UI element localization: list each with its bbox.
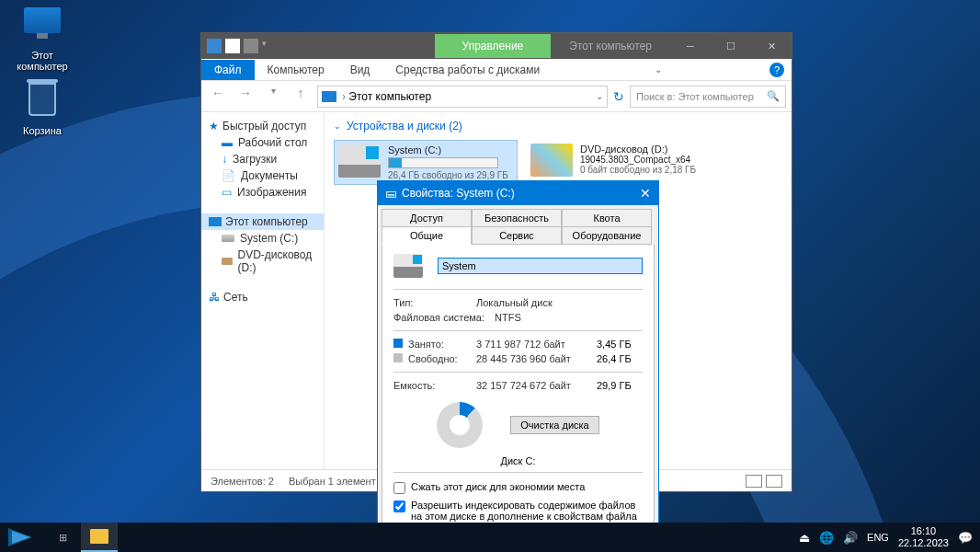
- pc-icon: [209, 217, 222, 226]
- download-icon: ↓: [222, 153, 227, 166]
- drive-name: System (C:): [388, 144, 508, 155]
- tray-volume-icon[interactable]: 🔊: [843, 531, 858, 545]
- qat-icon[interactable]: [225, 39, 240, 53]
- used-color-icon: [393, 339, 403, 348]
- tab-service[interactable]: Сервис: [472, 226, 562, 245]
- view-details-icon[interactable]: [746, 475, 762, 488]
- compress-checkbox[interactable]: [393, 482, 405, 494]
- drive-d-item[interactable]: DVD-дисковод (D:) 19045.3803_Compact_x64…: [527, 140, 711, 185]
- nav-history-button[interactable]: ▾: [262, 86, 284, 108]
- nav-up-button[interactable]: ↑: [290, 86, 312, 108]
- menu-bar: Файл Компьютер Вид Средства работы с дис…: [201, 59, 792, 81]
- start-button[interactable]: [0, 523, 44, 552]
- fs-value: NTFS: [495, 312, 643, 323]
- tab-access[interactable]: Доступ: [382, 209, 472, 226]
- language-indicator[interactable]: ENG: [867, 532, 889, 543]
- qat-icon[interactable]: [244, 39, 258, 53]
- tab-general[interactable]: Общие: [382, 226, 472, 245]
- qat-icon[interactable]: [207, 39, 222, 53]
- notifications-icon[interactable]: 💬: [958, 531, 973, 545]
- used-bytes: 3 711 987 712 байт: [476, 339, 597, 350]
- free-label: Свободно:: [408, 353, 476, 364]
- nav-back-button[interactable]: ←: [207, 86, 229, 108]
- index-checkbox[interactable]: [393, 500, 405, 512]
- type-label: Тип:: [393, 297, 476, 308]
- dvd-icon: [530, 144, 573, 177]
- dialog-close-button[interactable]: ✕: [640, 186, 651, 201]
- task-view-button[interactable]: ⊞: [44, 523, 81, 552]
- close-button[interactable]: ✕: [751, 33, 792, 59]
- bin-icon: [28, 83, 56, 116]
- help-icon[interactable]: ?: [769, 63, 784, 77]
- status-count: Элементов: 2: [211, 476, 274, 487]
- tab-hardware[interactable]: Оборудование: [562, 226, 652, 245]
- star-icon: ★: [209, 120, 219, 132]
- nav-documents[interactable]: 📄Документы: [201, 167, 324, 184]
- menu-disk-tools[interactable]: Средства работы с дисками: [382, 60, 553, 80]
- desktop-this-pc[interactable]: Этот компьютер: [7, 7, 77, 72]
- ribbon-tab-manage[interactable]: Управление: [435, 34, 552, 58]
- tray-network-icon[interactable]: 🌐: [819, 531, 834, 545]
- minimize-button[interactable]: ─: [670, 33, 711, 59]
- nav-network[interactable]: 🖧Сеть: [201, 289, 324, 305]
- menu-view[interactable]: Вид: [337, 60, 383, 80]
- nav-pictures[interactable]: ▭Изображения: [201, 184, 324, 201]
- tab-security[interactable]: Безопасность: [472, 209, 562, 226]
- maximize-button[interactable]: ☐: [711, 33, 751, 59]
- monitor-icon: [24, 7, 61, 33]
- address-row: ← → ▾ ↑ › Этот компьютер ⌄ ↻ Поиск в: Эт…: [201, 81, 792, 112]
- usage-pie-chart: [437, 402, 483, 448]
- drive-name-input[interactable]: [438, 258, 643, 274]
- type-value: Локальный диск: [476, 297, 643, 308]
- section-header[interactable]: ⌄Устройства и диски (2): [334, 118, 782, 134]
- nav-this-pc[interactable]: Этот компьютер: [201, 213, 324, 230]
- disk-label: Диск C:: [393, 455, 643, 466]
- breadcrumb-text: Этот компьютер: [348, 90, 431, 103]
- refresh-button[interactable]: ↻: [613, 89, 624, 104]
- drive-usage-bar: [388, 157, 498, 168]
- collapse-ribbon-icon[interactable]: ⌄: [655, 64, 662, 75]
- search-input[interactable]: Поиск в: Этот компьютер 🔍: [630, 86, 786, 108]
- drive-icon: [222, 235, 234, 242]
- capacity-bytes: 32 157 724 672 байт: [476, 380, 597, 391]
- desktop-recycle-bin[interactable]: Корзина: [7, 83, 77, 136]
- nav-desktop[interactable]: ▬Рабочий стол: [201, 134, 324, 151]
- taskbar: ⊞ ⏏ 🌐 🔊 ENG 16:10 22.12.2023 💬: [0, 523, 980, 552]
- menu-computer[interactable]: Компьютер: [255, 60, 337, 80]
- tab-quota[interactable]: Квота: [562, 209, 652, 226]
- nav-drive-d[interactable]: DVD-дисковод (D:): [201, 247, 324, 276]
- used-gb: 3,45 ГБ: [597, 339, 643, 350]
- qat-dropdown-icon[interactable]: ▾: [262, 39, 267, 53]
- picture-icon: ▭: [222, 186, 232, 199]
- properties-dialog: 🖴 Свойства: System (C:) ✕ Доступ Безопас…: [377, 180, 659, 552]
- drive-sub: 19045.3803_Compact_x64: [580, 155, 696, 165]
- titlebar[interactable]: ▾ Управление Этот компьютер ─ ☐ ✕: [201, 33, 792, 59]
- nav-forward-button[interactable]: →: [234, 86, 256, 108]
- dialog-titlebar[interactable]: 🖴 Свойства: System (C:) ✕: [378, 181, 658, 205]
- disk-cleanup-button[interactable]: Очистка диска: [510, 416, 598, 434]
- compress-label: Сжать этот диск для экономии места: [411, 481, 585, 492]
- menu-file[interactable]: Файл: [201, 60, 255, 80]
- chevron-down-icon[interactable]: ⌄: [596, 91, 603, 101]
- drive-icon: 🖴: [385, 187, 396, 200]
- view-large-icon[interactable]: [766, 475, 782, 488]
- clock-time: 16:10: [898, 525, 949, 537]
- nav-drive-c[interactable]: System (C:): [201, 230, 324, 247]
- free-bytes: 28 445 736 960 байт: [476, 353, 597, 364]
- drive-free-text: 26,4 ГБ свободно из 29,9 ГБ: [388, 170, 508, 180]
- search-placeholder: Поиск в: Этот компьютер: [636, 91, 754, 102]
- taskbar-explorer[interactable]: [81, 523, 118, 552]
- desktop-label: Этот компьютер: [7, 50, 77, 72]
- desktop-icon: ▬: [222, 136, 233, 149]
- index-label: Разрешить индексировать содержимое файло…: [411, 500, 643, 522]
- folder-icon: [90, 529, 108, 544]
- free-gb: 26,4 ГБ: [597, 353, 643, 364]
- nav-quick-access[interactable]: ★Быстрый доступ: [201, 118, 324, 134]
- address-bar[interactable]: › Этот компьютер ⌄: [317, 86, 608, 108]
- tray-usb-icon[interactable]: ⏏: [799, 531, 810, 545]
- drive-c-item[interactable]: System (C:) 26,4 ГБ свободно из 29,9 ГБ: [334, 140, 518, 185]
- drive-free-text: 0 байт свободно из 2,18 ГБ: [580, 165, 696, 175]
- clock[interactable]: 16:10 22.12.2023: [898, 525, 949, 549]
- nav-downloads[interactable]: ↓Загрузки: [201, 151, 324, 167]
- capacity-label: Емкость:: [393, 380, 476, 391]
